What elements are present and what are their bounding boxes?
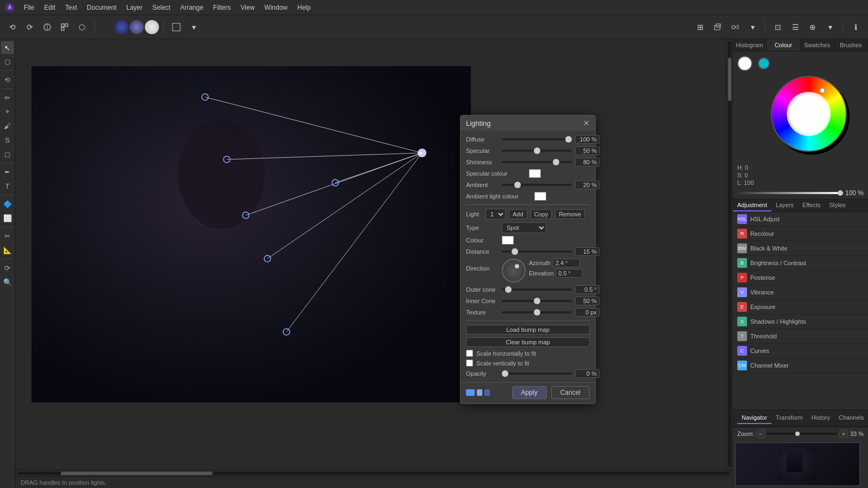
direction-control[interactable] [502,259,526,282]
diffuse-slider[interactable] [502,138,572,140]
tab-history[interactable]: History [807,412,834,424]
tool-slice[interactable]: ✂ [1,229,14,242]
specular-colour-swatch[interactable] [529,169,541,178]
menu-edit[interactable]: Edit [40,3,60,12]
footer-icon-3[interactable] [484,389,490,396]
zoom-out-btn[interactable]: − [756,429,765,438]
color-wheel-css[interactable] [771,76,847,152]
extra-btn-2[interactable]: ☰ [787,20,803,35]
inner-cone-slider[interactable] [502,300,572,302]
adj-threshold[interactable]: T Threshold [733,329,868,344]
scale-v-checkbox[interactable] [466,359,473,367]
adj-curves[interactable]: C Curves [733,344,868,358]
toolbar-color-2[interactable] [114,20,129,34]
elevation-input[interactable] [556,269,583,278]
ambient-slider[interactable] [502,184,572,186]
adj-posterise[interactable]: P Posterise [733,271,868,285]
menu-arrange[interactable]: Arrange [176,3,208,12]
tool-erase[interactable]: ◻ [1,147,14,160]
tab-channels[interactable]: Channels [834,412,868,424]
tool-rect[interactable]: ⬜ [1,211,14,224]
horizontal-scrollbar[interactable] [15,470,732,476]
scrollbar-thumb-v[interactable] [728,57,731,101]
toolbar-view-btn[interactable] [168,20,184,35]
extra-btn-1[interactable]: ⊡ [770,20,786,35]
adj-channel-mixer[interactable]: CM Channel Mixer [733,358,868,373]
menu-document[interactable]: Document [82,3,121,12]
scale-h-checkbox[interactable] [466,350,473,357]
toolbar-btn-0[interactable]: ⟲ [4,20,21,35]
type-select[interactable]: Spot Point Directional [502,222,546,233]
info-btn[interactable]: ℹ [847,20,864,35]
arrange-btn-4[interactable]: ▾ [744,20,761,35]
extra-btn-4[interactable]: ▾ [822,20,838,35]
adj-exposure[interactable]: E Exposure [733,300,868,314]
azimuth-input[interactable] [553,259,580,267]
tool-paint[interactable]: ✏ [1,91,14,104]
toolbar-btn-3[interactable] [56,20,73,35]
adj-vibrance[interactable]: V Vibrance [733,285,868,300]
apply-btn[interactable]: Apply [512,386,547,399]
arrange-btn-1[interactable]: ⊞ [692,20,709,35]
bg-color-circle[interactable] [758,57,770,69]
menu-layer[interactable]: Layer [122,3,147,12]
light-select[interactable]: 1 2 3 [486,209,506,220]
arrange-btn-3[interactable] [727,20,743,35]
outer-cone-slider[interactable] [502,288,572,291]
toolbar-color-3[interactable] [130,20,144,34]
toolbar-btn-4[interactable]: ⬡ [74,20,90,35]
tool-shape[interactable]: 🔷 [1,197,14,210]
menu-text[interactable]: Text [61,3,81,12]
dialog-close-btn[interactable]: ✕ [583,119,590,127]
adj-recolour[interactable]: R Recolour [733,227,868,241]
tab-transform[interactable]: Transform [771,412,807,424]
ambient-colour-swatch[interactable] [534,192,546,201]
opacity-slider[interactable] [502,373,572,375]
toolbar-dropdown-btn[interactable]: ▾ [186,20,202,35]
tab-colour[interactable]: Colour [767,39,800,51]
tool-node[interactable]: ⬡ [1,55,14,68]
add-light-btn[interactable]: Add [509,209,527,219]
tool-select[interactable]: ↖ [1,41,14,54]
menu-select[interactable]: Select [148,3,175,12]
toolbar-color-4[interactable] [145,20,159,34]
tab-brushes[interactable]: Brushes [834,39,868,51]
canvas-content[interactable]: Lighting ✕ Diffuse 100 % Specular 50 % [15,39,732,470]
tab-histogram[interactable]: Histogram [733,39,767,51]
remove-light-btn[interactable]: Remove [555,209,585,219]
adj-shadows[interactable]: S Shadows / Highlights [733,314,868,329]
tool-view[interactable]: ⟳ [1,261,14,274]
adj-bw[interactable]: BW Black & White [733,241,868,256]
zoom-thumb[interactable] [795,432,800,436]
arrange-btn-2[interactable] [710,20,726,35]
menu-help[interactable]: Help [293,3,315,12]
cancel-btn[interactable]: Cancel [551,386,590,399]
tool-zoom[interactable]: 🔍 [1,275,14,288]
toolbar-btn-2[interactable] [39,20,55,35]
footer-icon-1[interactable] [466,389,475,396]
texture-slider[interactable] [502,311,572,313]
tool-fill[interactable]: ⌖ [1,105,14,118]
shininess-slider[interactable] [502,161,572,163]
menu-file[interactable]: File [20,3,39,12]
load-bump-map-btn[interactable]: Load bump map [466,325,590,335]
adj-brightness[interactable]: B Brightness / Contrast [733,256,868,271]
dialog-title-bar[interactable]: Lighting ✕ [461,115,595,131]
specular-slider[interactable] [502,150,572,152]
copy-light-btn[interactable]: Copy [531,209,552,219]
tool-clone[interactable]: S [1,133,14,146]
vertical-scrollbar[interactable] [726,39,732,470]
distance-slider[interactable] [502,251,572,253]
adj-hsl[interactable]: HSL HSL Adjust [733,212,868,227]
tab-swatches[interactable]: Swatches [801,39,834,51]
tab-effects[interactable]: Effects [798,200,825,211]
tool-crop[interactable]: ⟲ [1,73,14,86]
extra-btn-3[interactable]: ⊕ [805,20,821,35]
footer-icon-2[interactable] [477,389,482,396]
nav-thumbnail[interactable] [735,442,860,486]
menu-view[interactable]: View [237,3,259,12]
colour-swatch[interactable] [502,236,514,245]
tab-adjustment[interactable]: Adjustment [733,200,771,211]
toolbar-btn-1[interactable]: ⟳ [22,20,38,35]
scrollbar-thumb-h[interactable] [61,472,213,475]
